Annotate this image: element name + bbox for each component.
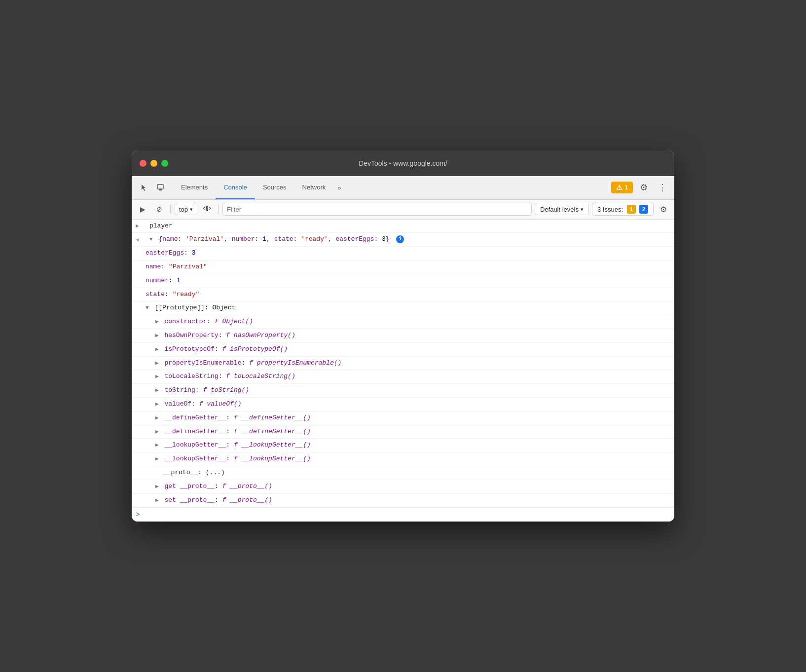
tab-console[interactable]: Console xyxy=(216,176,255,199)
console-row-proto-ellipsis: __proto__: (...) xyxy=(132,466,674,480)
dropdown-arrow-icon: ▾ xyxy=(190,206,193,213)
expand-isPrototypeOf-icon[interactable]: ▶ xyxy=(155,346,159,352)
expand-valueOf-icon[interactable]: ▶ xyxy=(155,401,159,407)
titlebar: DevTools - www.google.com/ xyxy=(132,150,674,176)
minimize-button[interactable] xyxy=(150,160,157,167)
expand-player-icon[interactable]: ▶ xyxy=(136,223,139,229)
prompt-arrow-icon: > xyxy=(136,511,140,519)
console-row-isPrototypeOf[interactable]: ▶ isPrototypeOf: f isPrototypeOf() xyxy=(132,343,674,357)
tabs-list: Elements Console Sources Network » xyxy=(173,176,607,199)
expand-defineSetter-icon[interactable]: ▶ xyxy=(155,429,159,435)
console-row-set-proto[interactable]: ▶ set __proto__: f __proto__() xyxy=(132,494,674,508)
console-settings-btn[interactable]: ⚙ xyxy=(657,202,670,216)
expand-constructor-icon[interactable]: ▶ xyxy=(155,319,159,325)
player-label: player xyxy=(149,222,173,229)
toolbar-divider-1 xyxy=(170,204,171,214)
tab-sources[interactable]: Sources xyxy=(255,176,294,199)
levels-arrow-icon: ▾ xyxy=(581,206,584,213)
expand-defineGetter-icon[interactable]: ▶ xyxy=(155,415,159,421)
console-row-object-root[interactable]: ◀ ▼ {name: 'Parzival', number: 1, state:… xyxy=(132,233,674,247)
maximize-button[interactable] xyxy=(161,160,168,167)
console-row-prototype-header[interactable]: ▼ [[Prototype]]: Object xyxy=(132,301,674,315)
console-row-lookupGetter[interactable]: ▶ __lookupGetter__: f __lookupGetter__() xyxy=(132,439,674,452)
inspect-icon xyxy=(156,184,164,191)
issues-badge-btn[interactable]: ⚠ 1 xyxy=(611,182,633,193)
console-row-propertyIsEnumerable[interactable]: ▶ propertyIsEnumerable: f propertyIsEnum… xyxy=(132,357,674,371)
console-row-constructor[interactable]: ▶ constructor: f Object() xyxy=(132,315,674,329)
svg-rect-2 xyxy=(159,189,161,189)
block-btn[interactable]: ⊘ xyxy=(152,202,166,216)
eye-icon: 👁 xyxy=(203,205,211,214)
console-row-name: name: "Parzival" xyxy=(132,261,674,274)
console-row-player[interactable]: ▶ player xyxy=(132,220,674,233)
settings-btn[interactable]: ⚙ xyxy=(636,180,652,195)
close-button[interactable] xyxy=(140,160,147,167)
expand-lookupGetter-icon[interactable]: ▶ xyxy=(155,442,159,448)
svg-rect-1 xyxy=(159,189,162,190)
context-selector[interactable]: top ▾ xyxy=(175,204,197,215)
object-info-icon[interactable]: i xyxy=(396,235,404,243)
console-row-hasOwnProperty[interactable]: ▶ hasOwnProperty: f hasOwnProperty() xyxy=(132,329,674,343)
expand-get-proto-icon[interactable]: ▶ xyxy=(155,484,159,489)
svg-rect-0 xyxy=(157,185,163,189)
info-badge: 2 xyxy=(639,205,648,214)
expand-set-proto-icon[interactable]: ▶ xyxy=(155,497,159,503)
console-row-easterEggs: easterEggs: 3 xyxy=(132,247,674,261)
filter-input[interactable] xyxy=(222,203,532,216)
tabs-right: ⚠ 1 ⚙ ⋮ xyxy=(611,180,670,195)
more-vert-btn[interactable]: ⋮ xyxy=(655,180,670,195)
traffic-lights xyxy=(140,160,168,167)
tabs-more-btn[interactable]: » xyxy=(333,184,345,191)
console-content: ▶ player ◀ ▼ {name: 'Parzival', number: … xyxy=(132,220,674,522)
cursor-icon-btn[interactable] xyxy=(136,180,151,195)
expand-lookupSetter-icon[interactable]: ▶ xyxy=(155,456,159,462)
tab-network[interactable]: Network xyxy=(294,176,334,199)
console-row-defineGetter[interactable]: ▶ __defineGetter__: f __defineGetter__() xyxy=(132,411,674,425)
play-btn[interactable]: ▶ xyxy=(136,202,149,216)
inspect-icon-btn[interactable] xyxy=(152,180,168,195)
levels-btn[interactable]: Default levels ▾ xyxy=(535,204,589,215)
collapse-object-icon[interactable]: ▼ xyxy=(149,236,153,242)
warn-badge: 1 xyxy=(627,205,636,214)
warn-icon: ⚠ xyxy=(616,184,623,191)
block-icon: ⊘ xyxy=(156,205,162,213)
tabs-bar: Elements Console Sources Network » ⚠ 1 ⚙… xyxy=(132,176,674,200)
issues-btn[interactable]: 3 Issues: 1 2 xyxy=(592,203,654,216)
console-row-lookupSetter[interactable]: ▶ __lookupSetter__: f __lookupSetter__() xyxy=(132,452,674,466)
console-row-defineSetter[interactable]: ▶ __defineSetter__: f __defineSetter__() xyxy=(132,425,674,439)
tab-elements[interactable]: Elements xyxy=(173,176,216,199)
play-icon: ▶ xyxy=(140,205,146,213)
console-row-state: state: "ready" xyxy=(132,288,674,302)
collapse-prototype-icon[interactable]: ▼ xyxy=(146,305,149,311)
console-row-toLocaleString[interactable]: ▶ toLocaleString: f toLocaleString() xyxy=(132,370,674,384)
console-row-valueOf[interactable]: ▶ valueOf: f valueOf() xyxy=(132,398,674,411)
devtools-window: DevTools - www.google.com/ Elements Cons… xyxy=(132,150,674,522)
console-row-toString[interactable]: ▶ toString: f toString() xyxy=(132,384,674,398)
cursor-icon xyxy=(140,184,147,191)
console-toolbar: ▶ ⊘ top ▾ 👁 Default levels ▾ 3 Issues: 1… xyxy=(132,200,674,220)
expand-toLocaleString-icon[interactable]: ▶ xyxy=(155,373,159,379)
console-row-number: number: 1 xyxy=(132,274,674,288)
console-prompt[interactable]: > xyxy=(132,507,674,522)
expand-toString-icon[interactable]: ▶ xyxy=(155,387,159,393)
toolbar-divider-2 xyxy=(218,204,219,214)
expand-hasOwnProperty-icon[interactable]: ▶ xyxy=(155,333,159,338)
expand-propertyIsEnumerable-icon[interactable]: ▶ xyxy=(155,360,159,366)
console-row-get-proto[interactable]: ▶ get __proto__: f __proto__() xyxy=(132,480,674,494)
window-title: DevTools - www.google.com/ xyxy=(359,159,447,167)
eye-btn[interactable]: 👁 xyxy=(200,202,214,216)
key-name: name xyxy=(162,235,178,243)
